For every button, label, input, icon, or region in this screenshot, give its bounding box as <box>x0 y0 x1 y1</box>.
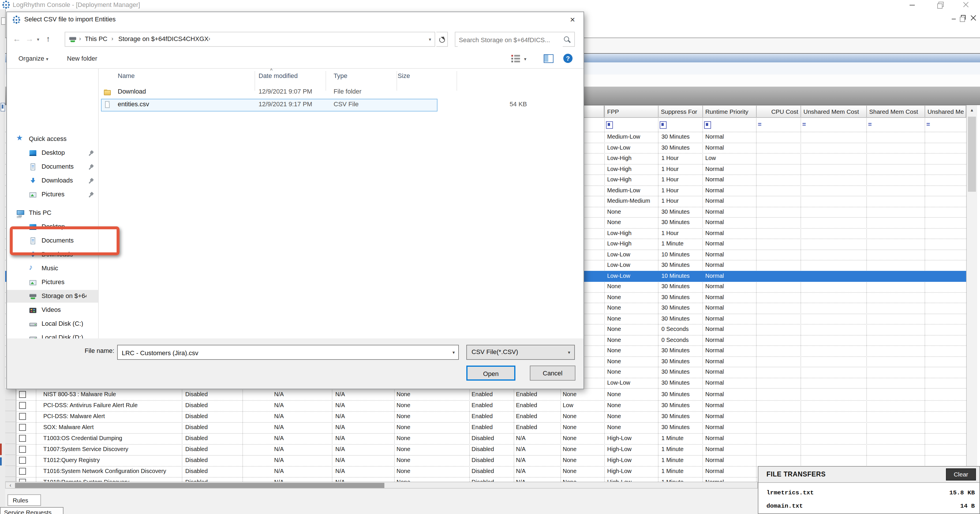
grid-column-header[interactable]: FPP <box>604 105 659 118</box>
cell-value: None <box>396 444 410 455</box>
row-checkbox[interactable] <box>19 434 26 442</box>
organize-button[interactable]: Organize ▾ <box>19 55 48 62</box>
filter-icon[interactable] <box>660 121 667 129</box>
breadcrumb-current[interactable]: Storage on $+64fDICS4CHXGX <box>118 35 208 42</box>
grid-column-header[interactable]: CPU Cost <box>756 105 801 118</box>
pin-panel-icon[interactable] <box>1 103 5 112</box>
row-checkbox[interactable] <box>19 457 26 463</box>
filter-equals-icon[interactable]: = <box>926 121 930 128</box>
row-checkbox[interactable] <box>19 445 26 452</box>
filter-equals-icon[interactable]: = <box>868 121 872 128</box>
sidebar-item-videos[interactable]: Videos <box>7 304 98 316</box>
clear-button[interactable]: Clear <box>946 468 976 480</box>
file-name-input[interactable] <box>121 346 446 360</box>
row-checkbox[interactable] <box>19 468 26 474</box>
table-row[interactable]: T1007:System Service DiscoveryDisabledN/… <box>5 444 966 456</box>
row-header[interactable] <box>5 411 16 422</box>
preview-pane-icon[interactable] <box>544 54 554 63</box>
forward-button[interactable]: → <box>25 34 33 43</box>
file-type-combo[interactable]: CSV File(*.CSV) ▾ <box>466 345 575 360</box>
table-row[interactable]: PCI-DSS: Antivirus Failure Alert RuleDis… <box>5 400 966 412</box>
file-row-entities-csv[interactable]: entities.csv12/9/2021 9:17 PMCSV File54 … <box>99 99 584 112</box>
search-icon[interactable] <box>564 37 569 42</box>
search-input[interactable] <box>458 33 563 47</box>
sidebar-section-quick-access[interactable]: ★Quick access <box>7 133 98 145</box>
address-dropdown-icon[interactable]: ▾ <box>429 37 431 42</box>
grid-column-header[interactable]: Suppress For <box>658 105 703 118</box>
row-header[interactable] <box>5 422 16 433</box>
open-button[interactable]: Open <box>466 366 515 381</box>
horizontal-scrollbar[interactable]: ‹ <box>5 482 758 488</box>
file-name-dropdown-icon[interactable]: ▾ <box>452 350 455 355</box>
scroll-up-icon[interactable]: ▲ <box>967 105 977 115</box>
recent-locations-icon[interactable]: ▾ <box>37 37 39 42</box>
sidebar-item-documents[interactable]: Documents <box>7 161 98 173</box>
minimize-icon[interactable] <box>910 5 915 5</box>
new-folder-button[interactable]: New folder <box>67 55 97 62</box>
row-header[interactable] <box>5 477 16 482</box>
filter-icon[interactable] <box>704 121 711 129</box>
column-header-type[interactable]: Type <box>334 72 347 79</box>
row-checkbox[interactable] <box>19 424 26 431</box>
row-header[interactable] <box>5 466 16 477</box>
breadcrumb[interactable]: › This PC › Storage on $+64fDICS4CHXGX ›… <box>65 32 435 47</box>
help-icon[interactable]: ? <box>563 54 573 63</box>
grid-column-header[interactable]: Unshared Mem Cost <box>800 105 867 118</box>
search-box[interactable] <box>455 32 575 47</box>
left-autohide-panel[interactable] <box>0 9 6 514</box>
sidebar-item-storage[interactable]: Storage on $+64fDICS4CHXGX <box>7 290 98 303</box>
sidebar-item-music[interactable]: ♪Music <box>7 262 98 275</box>
file-name-combo[interactable]: ▾ <box>117 345 459 360</box>
horizontal-scrollbar-thumb[interactable] <box>15 482 384 488</box>
cell-value: Enabled <box>471 422 493 433</box>
sidebar-item-pictures[interactable]: Pictures <box>7 188 98 201</box>
child-minimize-icon[interactable] <box>952 19 956 19</box>
row-header[interactable] <box>5 433 16 444</box>
vertical-scrollbar[interactable]: ▲ <box>966 105 977 482</box>
row-header[interactable] <box>5 400 16 411</box>
row-header[interactable] <box>5 444 16 455</box>
scroll-left-icon[interactable]: ‹ <box>6 482 15 488</box>
sidebar-item-pictures[interactable]: Pictures <box>7 276 98 289</box>
table-row[interactable]: T1012:Query RegistryDisabledN/AN/ANoneDi… <box>5 455 966 467</box>
row-checkbox[interactable] <box>19 413 26 420</box>
table-row[interactable]: SOX: Malware AlertDisabledN/AN/ANoneEnab… <box>5 422 966 434</box>
grid-column-header[interactable]: Shared Mem Cost <box>866 105 925 118</box>
sidebar-item-desktop[interactable]: Desktop <box>7 147 98 160</box>
row-checkbox[interactable] <box>19 391 26 397</box>
up-button[interactable]: ↑ <box>46 34 50 43</box>
column-header-name[interactable]: Name <box>118 72 135 79</box>
table-row[interactable]: T1003:OS Credential DumpingDisabledN/AN/… <box>5 433 966 445</box>
filter-equals-icon[interactable]: = <box>758 121 762 128</box>
dialog-close-icon[interactable]: × <box>567 14 578 24</box>
refresh-button[interactable] <box>436 32 448 47</box>
table-row[interactable]: PCI-DSS: Malware AlertDisabledN/AN/ANone… <box>5 411 966 423</box>
grid-column-header[interactable]: Runtime Priority <box>702 105 757 118</box>
sidebar-item-downloads[interactable]: Downloads <box>7 174 98 187</box>
column-header-date-modified[interactable]: Date modified <box>259 72 298 79</box>
child-restore-icon[interactable] <box>961 15 966 20</box>
row-header[interactable] <box>5 389 16 400</box>
row-header[interactable] <box>5 455 16 466</box>
restore-icon[interactable] <box>939 2 943 7</box>
views-dropdown-icon[interactable]: ▾ <box>524 57 527 62</box>
views-icon[interactable] <box>511 55 520 63</box>
filter-icon[interactable] <box>606 121 613 129</box>
row-checkbox[interactable] <box>19 402 26 409</box>
file-row-download[interactable]: Download12/9/2021 9:07 PMFile folder <box>99 86 584 99</box>
panel-tab-icon[interactable] <box>1 18 5 25</box>
tab-service-requests[interactable]: Service Requests <box>0 507 64 514</box>
tab-rules[interactable]: Rules <box>8 494 41 506</box>
sidebar-section-this-pc[interactable]: This PC <box>7 207 98 219</box>
sidebar-item-local[interactable]: Local Disk (C:) <box>7 318 98 330</box>
row-checkbox[interactable] <box>19 479 26 482</box>
cancel-button[interactable]: Cancel <box>530 366 576 381</box>
filter-equals-icon[interactable]: = <box>802 121 806 128</box>
vertical-scrollbar-thumb[interactable] <box>968 117 976 192</box>
grid-column-header[interactable] <box>584 105 604 118</box>
grid-column-header[interactable]: Unshared Me <box>924 105 966 118</box>
column-header-size[interactable]: Size <box>398 72 410 79</box>
back-button[interactable]: ← <box>13 34 21 43</box>
table-row[interactable]: NIST 800-53 : Malware RuleDisabledN/AN/A… <box>5 389 966 401</box>
breadcrumb-this-pc[interactable]: This PC <box>85 35 107 42</box>
